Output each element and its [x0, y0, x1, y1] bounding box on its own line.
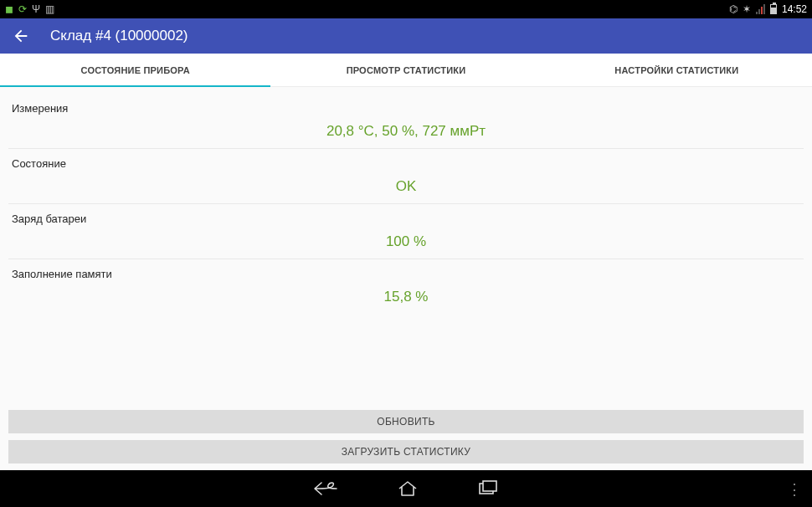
- row-state: Состояние OK: [8, 149, 804, 204]
- nav-home-icon: [397, 480, 419, 497]
- row-value: OK: [12, 178, 800, 203]
- status-icon-sync: ⟳: [18, 3, 27, 15]
- row-value: 20,8 °C, 50 %, 727 ммРт: [12, 123, 800, 148]
- row-measurements: Измерения 20,8 °C, 50 %, 727 ммРт: [8, 94, 804, 149]
- nav-recent-icon: [477, 480, 499, 497]
- tab-label: НАСТРОЙКИ СТАТИСТИКИ: [614, 65, 738, 75]
- back-button[interactable]: [12, 27, 30, 45]
- nav-back-button[interactable]: [313, 480, 338, 497]
- arrow-back-icon: [12, 27, 30, 45]
- download-stats-button[interactable]: ЗАГРУЗИТЬ СТАТИСТИКУ: [8, 440, 804, 463]
- tab-view-stats[interactable]: ПРОСМОТР СТАТИСТИКИ: [270, 54, 541, 86]
- battery-icon: [770, 4, 777, 14]
- row-label: Состояние: [12, 157, 800, 170]
- tab-label: СОСТОЯНИЕ ПРИБОРА: [81, 65, 190, 75]
- row-label: Заполнение памяти: [12, 268, 800, 280]
- clock: 14:52: [782, 3, 807, 15]
- row-battery: Заряд батареи 100 %: [8, 204, 804, 259]
- info-list: Измерения 20,8 °C, 50 %, 727 ммРт Состоя…: [0, 87, 812, 314]
- nav-back-icon: [313, 480, 338, 497]
- refresh-button[interactable]: ОБНОВИТЬ: [8, 410, 804, 433]
- appbar: Склад #4 (10000002): [0, 18, 812, 54]
- appbar-title: Склад #4 (10000002): [50, 28, 188, 44]
- row-memory: Заполнение памяти 15,8 %: [8, 259, 804, 314]
- status-icon-misc: ▥: [45, 3, 54, 15]
- nav-recent-button[interactable]: [477, 480, 499, 497]
- tab-device-state[interactable]: СОСТОЯНИЕ ПРИБОРА: [0, 54, 270, 86]
- vibrate-icon: ✶: [743, 3, 751, 15]
- signal-icon: [756, 4, 765, 14]
- usb-icon: Ψ: [32, 3, 40, 15]
- row-value: 15,8 %: [12, 289, 800, 314]
- tab-label: ПРОСМОТР СТАТИСТИКИ: [347, 65, 466, 75]
- statusbar: ◼ ⟳ Ψ ▥ ⌬ ✶ 14:52: [0, 0, 812, 18]
- system-navbar: ⋮: [0, 470, 812, 507]
- row-label: Заряд батареи: [12, 213, 800, 225]
- bluetooth-icon: ⌬: [729, 3, 737, 15]
- row-label: Измерения: [12, 102, 800, 115]
- statusbar-right: ⌬ ✶ 14:52: [724, 3, 807, 15]
- nav-menu-button[interactable]: ⋮: [787, 486, 802, 491]
- status-icon-app: ◼: [5, 3, 13, 15]
- action-bar: ОБНОВИТЬ ЗАГРУЗИТЬ СТАТИСТИКУ: [0, 403, 812, 470]
- nav-home-button[interactable]: [397, 480, 419, 497]
- tab-bar: СОСТОЯНИЕ ПРИБОРА ПРОСМОТР СТАТИСТИКИ НА…: [0, 54, 812, 87]
- svg-rect-1: [483, 481, 496, 491]
- menu-dots-icon: ⋮: [787, 486, 802, 491]
- tab-settings-stats[interactable]: НАСТРОЙКИ СТАТИСТИКИ: [542, 54, 812, 86]
- row-value: 100 %: [12, 233, 800, 259]
